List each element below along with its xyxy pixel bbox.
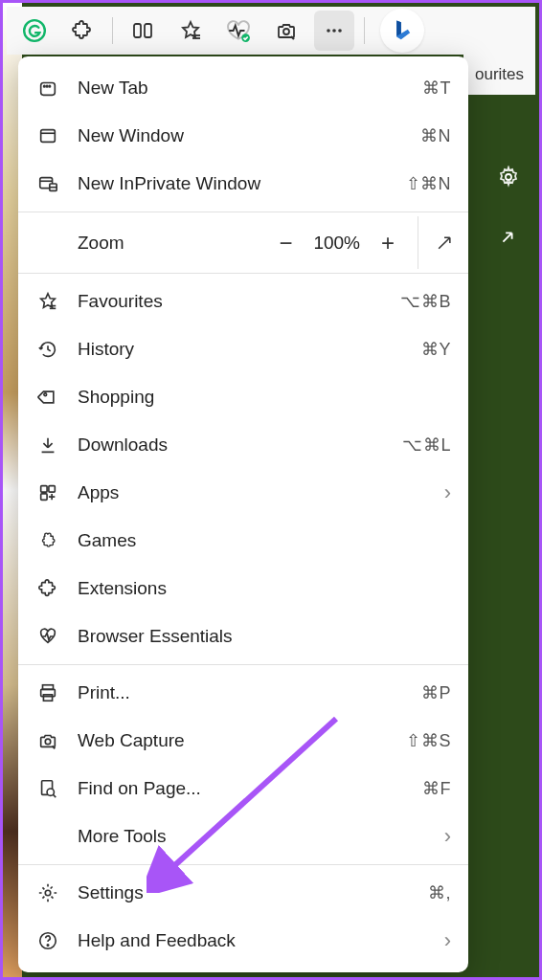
menu-web-capture[interactable]: Web Capture ⇧⌘S: [18, 717, 468, 765]
menu-item-shortcut: ⌘T: [422, 78, 451, 99]
print-icon: [35, 680, 60, 705]
menu-item-label: New Window: [78, 125, 420, 146]
svg-point-0: [24, 20, 45, 41]
menu-item-shortcut: ⇧⌘N: [406, 173, 452, 194]
zoom-label: Zoom: [78, 233, 263, 254]
menu-shopping[interactable]: Shopping: [18, 373, 468, 421]
menu-item-label: Find on Page...: [78, 778, 422, 799]
menu-new-window[interactable]: New Window ⌘N: [18, 112, 468, 160]
browser-essentials-heart-icon[interactable]: [218, 11, 259, 51]
favourites-icon: [35, 289, 60, 314]
new-tab-icon: [35, 76, 60, 100]
menu-item-shortcut: ⌘,: [428, 882, 451, 903]
menu-history[interactable]: History ⌘Y: [18, 325, 468, 373]
svg-point-6: [283, 29, 289, 34]
apps-grid-icon: [35, 480, 60, 505]
svg-rect-25: [41, 494, 47, 500]
svg-rect-15: [41, 130, 56, 143]
menu-item-label: Apps: [78, 482, 444, 503]
extensions-puzzle-icon: [35, 576, 60, 601]
expand-arrow-icon[interactable]: [497, 227, 520, 250]
inprivate-icon: [35, 171, 60, 196]
zoom-value: 100%: [307, 233, 366, 254]
menu-item-label: Games: [78, 530, 451, 551]
svg-point-13: [46, 85, 47, 86]
svg-rect-1: [134, 24, 141, 37]
extension-puzzle-icon[interactable]: [62, 11, 102, 51]
split-screen-icon[interactable]: [123, 11, 163, 51]
menu-item-label: New InPrivate Window: [78, 173, 406, 194]
grammarly-icon[interactable]: [14, 11, 55, 51]
favourites-bar-fragment: ourites: [463, 55, 535, 95]
more-menu-button[interactable]: [314, 11, 354, 51]
zoom-separator: [418, 216, 418, 269]
history-icon: [35, 337, 60, 362]
chevron-right-icon: ›: [444, 824, 451, 849]
menu-item-label: Help and Feedback: [78, 930, 444, 951]
find-icon: [35, 776, 60, 801]
menu-item-shortcut: ⇧⌘S: [406, 730, 451, 751]
menu-item-shortcut: ⌘N: [420, 125, 451, 146]
fullscreen-button[interactable]: [420, 221, 468, 265]
settings-gear-icon: [35, 880, 60, 905]
chevron-right-icon: ›: [444, 928, 451, 953]
menu-apps[interactable]: Apps ›: [18, 469, 468, 517]
menu-separator: [18, 273, 468, 274]
menu-item-label: Print...: [78, 682, 421, 703]
menu-settings[interactable]: Settings ⌘,: [18, 869, 468, 917]
menu-item-label: History: [78, 339, 421, 360]
menu-item-shortcut: ⌘P: [421, 682, 451, 703]
zoom-in-button[interactable]: +: [366, 221, 410, 265]
browser-main-menu: New Tab ⌘T New Window ⌘N New InPrivate W…: [18, 56, 468, 972]
svg-point-9: [338, 29, 342, 33]
svg-point-8: [332, 29, 336, 33]
menu-extensions[interactable]: Extensions: [18, 565, 468, 612]
side-panel-icons: [497, 166, 520, 250]
downloads-icon: [35, 433, 60, 457]
svg-point-31: [47, 789, 54, 795]
svg-point-12: [44, 85, 45, 86]
help-icon: [35, 928, 60, 953]
svg-rect-2: [145, 24, 151, 37]
menu-more-tools[interactable]: More Tools ›: [18, 813, 468, 860]
zoom-out-button[interactable]: −: [263, 221, 307, 265]
svg-point-29: [45, 739, 51, 745]
chevron-right-icon: ›: [444, 480, 451, 505]
games-icon: [35, 528, 60, 553]
menu-downloads[interactable]: Downloads ⌥⌘L: [18, 421, 468, 469]
toolbar-separator: [112, 17, 113, 44]
menu-favourites[interactable]: Favourites ⌥⌘B: [18, 278, 468, 325]
favourites-bar-label: ourites: [475, 65, 524, 84]
menu-item-shortcut: ⌥⌘L: [402, 434, 451, 456]
svg-point-22: [44, 393, 47, 396]
new-window-icon: [35, 123, 60, 148]
svg-point-7: [327, 29, 330, 33]
menu-print[interactable]: Print... ⌘P: [18, 669, 468, 717]
menu-item-label: More Tools: [78, 826, 444, 847]
menu-separator: [18, 864, 468, 865]
bing-chat-button[interactable]: [380, 9, 424, 53]
menu-item-label: Downloads: [78, 434, 402, 456]
menu-new-inprivate[interactable]: New InPrivate Window ⇧⌘N: [18, 160, 468, 208]
menu-browser-essentials[interactable]: Browser Essentials: [18, 612, 468, 660]
menu-item-label: Settings: [78, 882, 428, 903]
menu-item-label: Web Capture: [78, 730, 406, 751]
shopping-tag-icon: [35, 385, 60, 410]
toolbar-separator: [364, 17, 365, 44]
menu-item-label: Shopping: [78, 387, 451, 408]
menu-item-label: New Tab: [78, 78, 422, 99]
menu-help-feedback[interactable]: Help and Feedback ›: [18, 917, 468, 965]
settings-gear-icon[interactable]: [497, 166, 520, 189]
favourites-star-icon[interactable]: [170, 11, 211, 51]
menu-separator: [18, 664, 468, 665]
menu-find-on-page[interactable]: Find on Page... ⌘F: [18, 765, 468, 813]
menu-games[interactable]: Games: [18, 517, 468, 565]
menu-new-tab[interactable]: New Tab ⌘T: [18, 64, 468, 112]
menu-item-label: Extensions: [78, 578, 451, 599]
essentials-heart-icon: [35, 624, 60, 649]
web-capture-icon: [35, 728, 60, 753]
screenshot-camera-icon[interactable]: [266, 11, 306, 51]
menu-item-shortcut: ⌥⌘B: [400, 291, 451, 312]
svg-point-10: [506, 174, 511, 180]
browser-toolbar: [7, 7, 535, 55]
